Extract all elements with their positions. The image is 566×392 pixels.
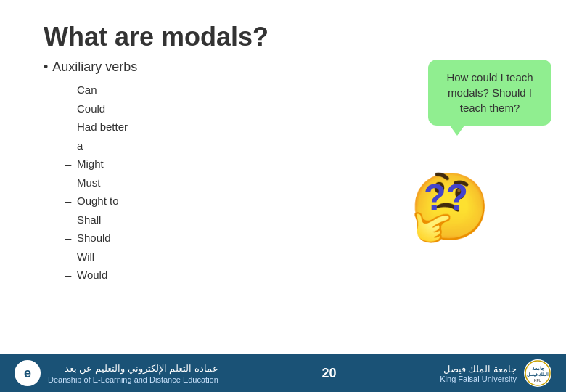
list-item: Can	[65, 81, 377, 99]
page-title: What are modals?	[44, 22, 522, 52]
list-item: Could	[65, 99, 377, 118]
speech-bubble-text: How could I teach modals? Should I teach…	[446, 71, 533, 114]
list-item: Would	[65, 266, 377, 285]
list-item: Had better	[65, 118, 377, 136]
page: What are modals? How could I teach modal…	[0, 0, 566, 392]
footer-arabic-dept: عمادة التعلم الإلكتروني والتعليم عن بعد	[48, 363, 218, 374]
footer-university-english: King Faisal University	[440, 375, 517, 383]
list-item: Ought to	[65, 192, 377, 211]
modal-list: CanCouldHad betteraMightMustOught toShal…	[44, 81, 377, 285]
question-marks-icon: ??	[424, 176, 468, 219]
footer-university-text: جامعة الملك فيصل King Faisal University	[440, 364, 517, 383]
svg-text:جامعة: جامعة	[532, 366, 545, 371]
svg-text:KFU: KFU	[534, 378, 542, 383]
main-content: How could I teach modals? Should I teach…	[0, 60, 566, 354]
list-item: Should	[65, 229, 377, 248]
king-faisal-emblem: جامعة الملك فيصل KFU	[525, 360, 551, 386]
university-logo-icon: جامعة الملك فيصل KFU	[524, 359, 551, 387]
footer-right: جامعة الملك فيصل King Faisal University …	[440, 359, 551, 387]
list-item: Might	[65, 155, 377, 173]
speech-bubble: How could I teach modals? Should I teach…	[428, 60, 551, 126]
auxiliary-label: Auxiliary verbs	[52, 60, 137, 75]
list-item: Must	[65, 173, 377, 192]
svg-text:الملك فيصل: الملك فيصل	[527, 372, 549, 377]
title-area: What are modals?	[0, 0, 566, 60]
footer-left: e عمادة التعلم الإلكتروني والتعليم عن بع…	[15, 360, 218, 386]
footer-page-number: 20	[322, 366, 337, 381]
elearning-logo: e	[15, 360, 41, 386]
logo-letter: e	[24, 366, 31, 381]
list-item: Shall	[65, 211, 377, 229]
left-content: • Auxiliary verbs CanCouldHad betteraMig…	[44, 60, 377, 354]
list-item: a	[65, 136, 377, 155]
list-item: Will	[65, 248, 377, 266]
footer-university-arabic: جامعة الملك فيصل	[440, 364, 517, 375]
footer-dept-text: عمادة التعلم الإلكتروني والتعليم عن بعد …	[48, 363, 218, 384]
footer: e عمادة التعلم الإلكتروني والتعليم عن بع…	[0, 354, 566, 392]
bullet-point: •	[44, 60, 48, 75]
auxiliary-heading: • Auxiliary verbs	[44, 60, 377, 75]
footer-english-dept: Deanship of E-Learning and Distance Educ…	[48, 375, 218, 384]
